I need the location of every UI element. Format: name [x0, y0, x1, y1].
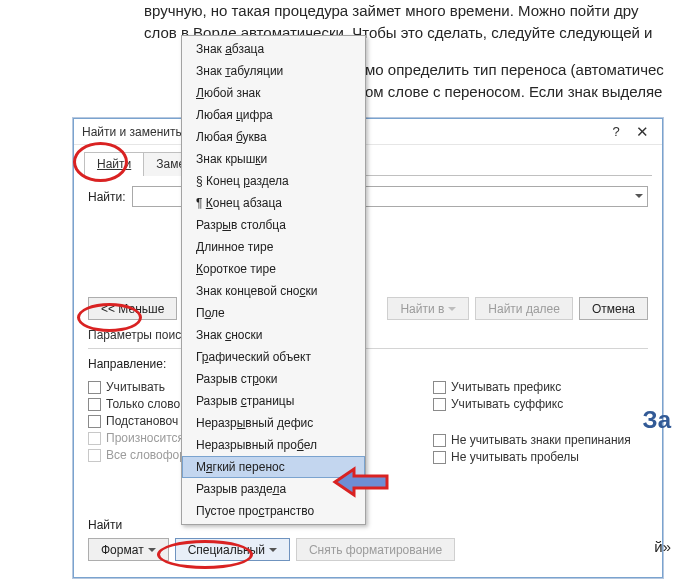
menu-item-3[interactable]: Любая цифра	[182, 104, 365, 126]
check-prefix-label: Учитывать префикс	[451, 380, 561, 394]
menu-item-12[interactable]: Поле	[182, 302, 365, 324]
tab-strip: Найти Заменить Перейти	[74, 145, 662, 175]
menu-item-7[interactable]: ¶ Конец абзаца	[182, 192, 365, 214]
background-text-1: За	[643, 406, 671, 434]
close-button[interactable]: ✕	[630, 122, 654, 142]
menu-item-13[interactable]: Знак сноски	[182, 324, 365, 346]
menu-item-19[interactable]: Мягкий перенос	[182, 456, 365, 478]
menu-item-11[interactable]: Знак концевой сноски	[182, 280, 365, 302]
check-wholeword[interactable]	[88, 398, 101, 411]
special-menu: Знак абзацаЗнак табуляцииЛюбой знакЛюбая…	[181, 35, 366, 525]
find-replace-dialog: Найти и заменить ? ✕ Найти Заменить Пере…	[73, 118, 663, 578]
search-options-label: Параметры поиска	[88, 328, 648, 342]
titlebar: Найти и заменить ? ✕	[74, 119, 662, 145]
check-suffix-label: Учитывать суффикс	[451, 397, 563, 411]
check-ignore-spaces[interactable]	[433, 451, 446, 464]
check-suffix[interactable]	[433, 398, 446, 411]
menu-item-2[interactable]: Любой знак	[182, 82, 365, 104]
dialog-title: Найти и заменить	[82, 125, 182, 139]
menu-item-9[interactable]: Длинное тире	[182, 236, 365, 258]
check-sounds	[88, 432, 101, 445]
check-ignore-spaces-label: Не учитывать пробелы	[451, 450, 579, 464]
find-in-button[interactable]: Найти в	[387, 297, 469, 320]
article-paragraph-2: мо определить тип переноса (автоматичес …	[365, 59, 671, 103]
menu-item-17[interactable]: Неразрывный дефис	[182, 412, 365, 434]
find-label: Найти:	[88, 190, 132, 204]
menu-item-5[interactable]: Знак крышки	[182, 148, 365, 170]
menu-item-20[interactable]: Разрыв раздела	[182, 478, 365, 500]
less-button[interactable]: << Меньше	[88, 297, 177, 320]
check-wordforms	[88, 449, 101, 462]
tab-body: Найти: << Меньше Найти в Найти далее Отм…	[84, 175, 652, 475]
check-prefix[interactable]	[433, 381, 446, 394]
check-wildcard-label: Подстановоч	[106, 414, 178, 428]
menu-item-4[interactable]: Любая буква	[182, 126, 365, 148]
find-next-button[interactable]: Найти далее	[475, 297, 573, 320]
check-sounds-label: Произносится	[106, 431, 184, 445]
cancel-button[interactable]: Отмена	[579, 297, 648, 320]
menu-item-10[interactable]: Короткое тире	[182, 258, 365, 280]
check-case[interactable]	[88, 381, 101, 394]
menu-item-15[interactable]: Разрыв строки	[182, 368, 365, 390]
check-ignore-punct[interactable]	[433, 434, 446, 447]
check-wholeword-label: Только слово	[106, 397, 180, 411]
check-wordforms-label: Все словофор	[106, 448, 186, 462]
direction-label: Направление:	[88, 357, 166, 371]
menu-item-18[interactable]: Неразрывный пробел	[182, 434, 365, 456]
tab-find[interactable]: Найти	[84, 152, 144, 176]
menu-item-16[interactable]: Разрыв страницы	[182, 390, 365, 412]
help-button[interactable]: ?	[604, 122, 628, 142]
check-wildcard[interactable]	[88, 415, 101, 428]
clear-formatting-button[interactable]: Снять форматирование	[296, 538, 455, 561]
background-text-2: й»	[654, 538, 671, 555]
menu-item-14[interactable]: Графический объект	[182, 346, 365, 368]
menu-item-8[interactable]: Разрыв столбца	[182, 214, 365, 236]
check-ignore-punct-label: Не учитывать знаки препинания	[451, 433, 631, 447]
menu-item-21[interactable]: Пустое пространство	[182, 500, 365, 522]
menu-item-0[interactable]: Знак абзаца	[182, 38, 365, 60]
format-button[interactable]: Формат	[88, 538, 169, 561]
menu-item-1[interactable]: Знак табуляции	[182, 60, 365, 82]
check-case-label: Учитывать	[106, 380, 165, 394]
special-button[interactable]: Специальный	[175, 538, 290, 561]
menu-item-6[interactable]: § Конец раздела	[182, 170, 365, 192]
